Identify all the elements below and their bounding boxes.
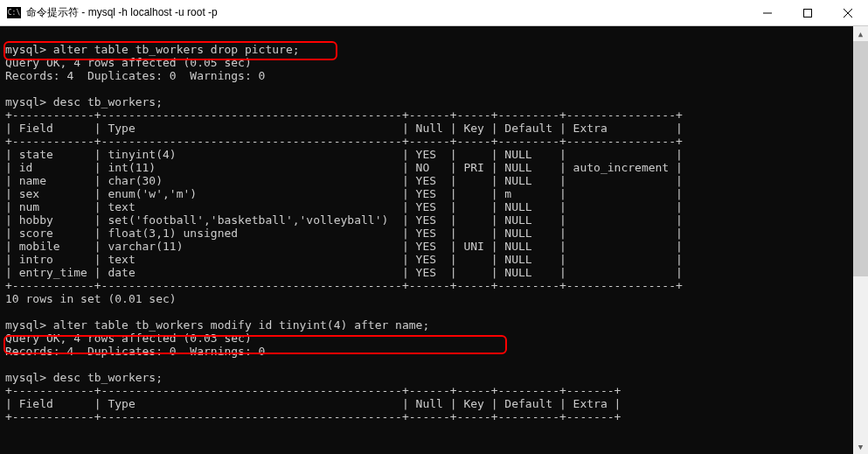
minimize-icon [763, 9, 772, 17]
close-icon [844, 9, 852, 17]
terminal-line: | Field | Type | Null | Key | Default | … [5, 397, 621, 410]
terminal-line: | Field | Type | Null | Key | Default | … [5, 122, 683, 135]
minimize-button[interactable] [747, 0, 788, 26]
vertical-scrollbar[interactable]: ▲ ▼ [853, 26, 868, 454]
window-titlebar[interactable]: C:\ 命令提示符 - mysql -h localhost -u root -… [0, 0, 868, 26]
scroll-down-arrow-icon[interactable]: ▼ [853, 439, 868, 454]
terminal-line: | intro | text | YES | | NULL | | [5, 253, 683, 266]
terminal-line: | name | char(30) | YES | | NULL | | [5, 174, 683, 187]
terminal-line: | hobby | set('football','basketball','v… [5, 213, 683, 227]
terminal-line: Records: 4 Duplicates: 0 Warnings: 0 [5, 345, 265, 358]
scrollbar-thumb[interactable] [853, 41, 868, 276]
scroll-up-arrow-icon[interactable]: ▲ [853, 26, 868, 41]
terminal-line: Query OK, 4 rows affected (0.03 sec) [5, 332, 252, 345]
terminal-line: | id | int(11) | NO | PRI | NULL | auto_… [5, 161, 683, 174]
terminal-line: Records: 4 Duplicates: 0 Warnings: 0 [5, 69, 265, 82]
terminal-line: mysql> alter table tb_workers drop pictu… [5, 43, 300, 56]
terminal-line: mysql> alter table tb_workers modify id … [5, 318, 429, 332]
terminal-line: | mobile | varchar(11) | YES | UNI | NUL… [5, 240, 683, 253]
terminal-output[interactable]: mysql> alter table tb_workers drop pictu… [0, 26, 868, 454]
terminal-line: mysql> desc tb_workers; [5, 95, 163, 108]
terminal-line: | num | text | YES | | NULL | | [5, 200, 683, 213]
terminal-line: Query OK, 4 rows affected (0.05 sec) [5, 56, 252, 69]
maximize-icon [803, 9, 812, 17]
cmd-icon: C:\ [7, 7, 21, 18]
terminal-line: +------------+--------------------------… [5, 108, 683, 122]
close-button[interactable] [828, 0, 868, 26]
terminal-line: 10 rows in set (0.01 sec) [5, 292, 177, 305]
terminal-line: | entry_time | date | YES | | NULL | | [5, 266, 683, 279]
window-controls [747, 0, 868, 26]
terminal-line: | state | tinyint(4) | YES | | NULL | | [5, 148, 683, 161]
maximize-button[interactable] [788, 0, 828, 26]
terminal-line: +------------+--------------------------… [5, 135, 683, 148]
terminal-line: +------------+--------------------------… [5, 410, 621, 423]
terminal-line: +------------+--------------------------… [5, 279, 683, 292]
terminal-line: | sex | enum('w','m') | YES | | m | | [5, 187, 683, 200]
svg-rect-1 [804, 10, 812, 17]
terminal-line: | score | float(3,1) unsigned | YES | | … [5, 227, 683, 240]
terminal-line: +------------+--------------------------… [5, 384, 621, 397]
terminal-line: mysql> desc tb_workers; [5, 371, 163, 384]
window-title: 命令提示符 - mysql -h localhost -u root -p [26, 5, 218, 20]
